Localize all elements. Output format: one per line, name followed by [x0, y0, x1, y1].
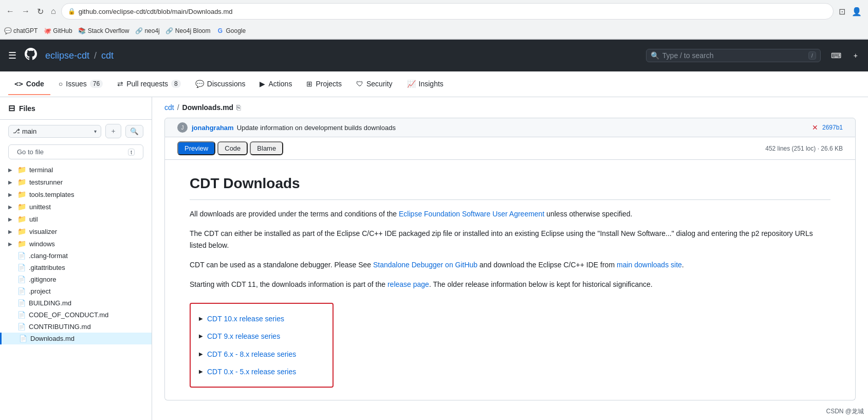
- tab-actions-label: Actions: [268, 80, 292, 88]
- add-button[interactable]: +: [852, 49, 860, 62]
- bookmark-google[interactable]: G Google: [217, 27, 246, 34]
- tab-blame[interactable]: Blame: [250, 141, 283, 155]
- nav-menu-button[interactable]: ☰: [8, 50, 16, 61]
- bookmark-neo4j[interactable]: 🔗 neo4j: [135, 27, 159, 34]
- github-logo: [25, 48, 37, 63]
- folder-tools-templates[interactable]: ▶ 📁 tools.templates: [0, 188, 152, 200]
- para4: Starting with CDT 11, the downloads info…: [190, 279, 830, 290]
- repo-title: eclipse-cdt / cdt: [45, 50, 114, 61]
- file-clang-format[interactable]: 📄 .clang-format: [0, 250, 152, 262]
- release-page-link[interactable]: release page: [387, 280, 429, 288]
- github-search[interactable]: 🔍 Type / to search /: [646, 49, 821, 62]
- folder-icon: 📁: [17, 178, 26, 186]
- copy-path-button[interactable]: ⎘: [236, 103, 241, 112]
- extension-button[interactable]: ⊡: [837, 5, 847, 19]
- terminal-button[interactable]: ⌨: [829, 49, 843, 62]
- commit-author[interactable]: jonahgraham: [192, 124, 234, 132]
- file-project[interactable]: 📄 .project: [0, 285, 152, 297]
- bookmark-chatgpt[interactable]: 💬 chatGPT: [4, 27, 38, 34]
- avatar-text: J: [181, 125, 184, 131]
- file-name: .gitattributes: [29, 264, 65, 271]
- release-item-10[interactable]: ▶ CDT 10.x release series: [199, 310, 324, 327]
- tab-insights[interactable]: 📈 Insights: [401, 74, 450, 95]
- go-to-file[interactable]: Go to file t: [8, 144, 143, 159]
- file-name: BUILDING.md: [29, 299, 71, 307]
- repo-owner-link[interactable]: eclipse-cdt: [45, 50, 89, 61]
- release-label: CDT 9.x release series: [207, 331, 280, 342]
- eula-link[interactable]: Eclipse Foundation Software User Agreeme…: [399, 210, 544, 218]
- file-gitignore[interactable]: 📄 .gitignore: [0, 273, 152, 285]
- tab-projects[interactable]: ⊞ Projects: [300, 74, 348, 95]
- file-meta: 452 lines (251 loc) · 26.6 KB: [765, 145, 843, 152]
- tab-preview[interactable]: Preview: [177, 141, 215, 155]
- back-button[interactable]: ←: [4, 5, 16, 18]
- tab-issues[interactable]: ○ Issues 76: [52, 74, 109, 95]
- content-area: cdt / Downloads.md ⎘ J jonahgraham Updat…: [152, 97, 868, 420]
- downloads-site-link[interactable]: main downloads site: [617, 261, 682, 269]
- tab-actions[interactable]: ▶ Actions: [253, 74, 298, 95]
- bookmark-neo4j-bloom[interactable]: 🔗 Neo4j Bloom: [166, 27, 211, 34]
- tab-pulls[interactable]: ⇄ Pull requests 8: [111, 74, 187, 95]
- folder-terminal[interactable]: ▶ 📁 terminal: [0, 163, 152, 176]
- file-code-of-conduct[interactable]: 📄 CODE_OF_CONDUCT.md: [0, 309, 152, 321]
- chatgpt-favicon: 💬: [4, 27, 11, 34]
- tab-code-view[interactable]: Code: [217, 141, 248, 155]
- folder-chevron-icon: ▶: [8, 241, 14, 247]
- folder-unittest[interactable]: ▶ 📁 unittest: [0, 200, 152, 213]
- folder-name: terminal: [29, 166, 53, 174]
- folder-util[interactable]: ▶ 📁 util: [0, 213, 152, 225]
- bookmark-stackoverflow-label: Stack Overflow: [88, 27, 130, 34]
- standalone-debugger-link[interactable]: Standalone Debugger on GitHub: [373, 261, 477, 269]
- release-item-6-8[interactable]: ▶ CDT 6.x - 8.x release series: [199, 345, 324, 363]
- sidebar-header: ⊟ Files: [0, 97, 152, 120]
- browser-chrome: ← → ↻ ⌂ 🔒 github.com/eclipse-cdt/cdt/blo…: [0, 0, 868, 40]
- lock-icon: 🔒: [68, 8, 76, 15]
- commit-bar: J jonahgraham Update information on deve…: [164, 118, 856, 137]
- commit-hash-link[interactable]: 2697b1: [822, 124, 843, 131]
- add-file-button[interactable]: ＋: [105, 124, 121, 138]
- refresh-button[interactable]: ↻: [35, 5, 46, 19]
- file-icon: 📄: [17, 276, 26, 283]
- bookmark-github-label: GitHub: [53, 27, 72, 34]
- folder-visualizer[interactable]: ▶ 📁 visualizer: [0, 225, 152, 238]
- triangle-icon: ▶: [199, 315, 203, 323]
- search-shortcut-badge: /: [808, 51, 816, 60]
- search-icon: 🔍: [651, 51, 659, 60]
- tab-code[interactable]: <> Code: [8, 74, 50, 95]
- forward-button[interactable]: →: [20, 5, 32, 18]
- code-icon: <>: [14, 80, 23, 88]
- branch-selector[interactable]: ⎇ main ▾: [8, 125, 101, 138]
- breadcrumb-repo-link[interactable]: cdt: [164, 103, 174, 112]
- file-name: .clang-format: [29, 252, 68, 260]
- file-building-md[interactable]: 📄 BUILDING.md: [0, 297, 152, 309]
- file-contributing-md[interactable]: 📄 CONTRIBUTING.md: [0, 321, 152, 333]
- file-downloads-md[interactable]: 📄 Downloads.md: [0, 333, 152, 344]
- release-item-9[interactable]: ▶ CDT 9.x release series: [199, 327, 324, 345]
- file-icon: 📄: [17, 287, 26, 295]
- file-icon: 📄: [17, 299, 26, 307]
- repo-name-link[interactable]: cdt: [101, 50, 114, 61]
- folder-name: unittest: [29, 203, 51, 211]
- tab-security[interactable]: 🛡 Security: [350, 74, 399, 95]
- bookmark-github[interactable]: 🐙 GitHub: [44, 27, 72, 34]
- home-button[interactable]: ⌂: [49, 5, 58, 18]
- search-files-button[interactable]: 🔍: [125, 125, 143, 138]
- breadcrumb-separator: /: [177, 103, 179, 112]
- file-icon: 📄: [17, 264, 26, 271]
- profile-button[interactable]: 👤: [849, 5, 864, 19]
- tab-discussions[interactable]: 💬 Discussions: [189, 74, 252, 95]
- markdown-body: CDT Downloads All downloads are provided…: [164, 160, 856, 400]
- github-favicon: 🐙: [44, 27, 51, 34]
- folder-windows[interactable]: ▶ 📁 windows: [0, 238, 152, 250]
- sidebar: ⊟ Files ⎇ main ▾ ＋ 🔍 Go to file t ▶ 📁 te…: [0, 97, 152, 420]
- tab-pulls-label: Pull requests: [126, 80, 168, 88]
- branch-name: main: [22, 127, 36, 135]
- bookmark-stackoverflow[interactable]: 📚 Stack Overflow: [79, 27, 130, 34]
- address-bar[interactable]: 🔒 github.com/eclipse-cdt/cdt/blob/main/D…: [61, 3, 834, 20]
- file-gitattributes[interactable]: 📄 .gitattributes: [0, 262, 152, 273]
- release-item-0-5[interactable]: ▶ CDT 0.x - 5.x release series: [199, 363, 324, 380]
- folder-testsrunner[interactable]: ▶ 📁 testsrunner: [0, 176, 152, 188]
- file-icon: 📄: [17, 311, 26, 319]
- release-label: CDT 10.x release series: [207, 313, 284, 324]
- discussions-icon: 💬: [195, 80, 204, 88]
